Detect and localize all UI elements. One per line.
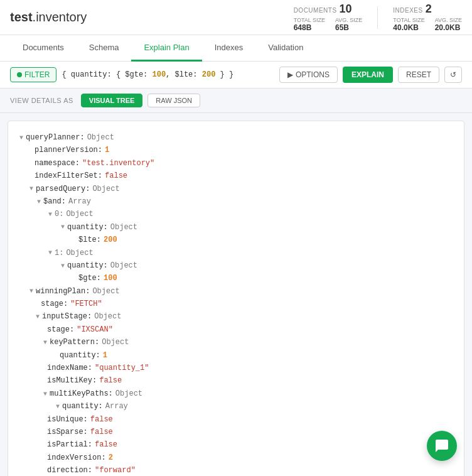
filter-badge[interactable]: FILTER [10, 67, 56, 82]
filter-key-quantity: quantity: [71, 70, 116, 79]
collapse-inputStage[interactable]: ▼ [35, 311, 41, 322]
tree-container: ▼ queryPlanner: Object plannerVersion: 1… [8, 121, 464, 476]
tree-line-isSparse: isSparse: false [16, 426, 456, 438]
options-button[interactable]: ▶ OPTIONS [279, 67, 338, 83]
indexes-stat-block: INDEXES 2 TOTAL SIZE 40.0KB AVG. SIZE 20… [393, 3, 462, 32]
collapse-keyPattern[interactable]: ▼ [42, 337, 48, 348]
indexes-total-size-stat: TOTAL SIZE 40.0KB [393, 17, 424, 32]
collapse-quantity-mkp[interactable]: ▼ [55, 401, 61, 412]
total-size-value: 648B [294, 23, 325, 32]
tree-line-namespace: namespace: "test.inventory" [16, 157, 456, 170]
filter-query: { quantity: { $gte: 100, $lte: 200 } } [62, 70, 274, 79]
tree-line-quantity-mkp: ▼ quantity: Array [16, 400, 456, 413]
view-toggle-label: VIEW DETAILS AS [10, 97, 73, 104]
top-header: test.inventory DOCUMENTS 10 TOTAL SIZE 6… [0, 0, 472, 35]
reset-button[interactable]: RESET [398, 67, 439, 83]
tree-line-indexVersion: indexVersion: 2 [16, 452, 456, 464]
collapse-multiKeyPaths[interactable]: ▼ [42, 389, 48, 399]
avg-size-stat: AVG. SIZE 65B [335, 17, 362, 32]
avg-size-value: 65B [335, 23, 362, 32]
documents-sub-stats: TOTAL SIZE 648B AVG. SIZE 65B [294, 17, 363, 32]
total-size-label: TOTAL SIZE [294, 17, 325, 23]
stats-group: DOCUMENTS 10 TOTAL SIZE 648B AVG. SIZE 6… [294, 3, 462, 32]
tree-line-plannerVersion: plannerVersion: 1 [16, 144, 456, 156]
indexes-avg-size-label: AVG. SIZE [435, 17, 462, 23]
collapse-and[interactable]: ▼ [36, 197, 42, 207]
tree-line-indexFilterSet: indexFilterSet: false [16, 170, 456, 182]
app-title: test.inventory [10, 10, 87, 24]
tree-line-inputStage: ▼ inputStage: Object [16, 310, 456, 323]
nav-tabs: Documents Schema Explain Plan Indexes Va… [0, 35, 472, 62]
collapse-quantity-0[interactable]: ▼ [60, 222, 66, 232]
indexes-total-size-value: 40.0KB [393, 23, 424, 32]
raw-json-button[interactable]: RAW JSON [148, 94, 200, 107]
tree-line-and-0: ▼ 0: Object [16, 208, 456, 220]
indexes-sub-stats: TOTAL SIZE 40.0KB AVG. SIZE 20.0KB [393, 17, 462, 32]
app-title-bold: test [10, 10, 33, 24]
tree-line-and: ▼ $and: Array [16, 195, 456, 208]
collapse-and-0[interactable]: ▼ [47, 209, 53, 220]
history-icon: ↺ [450, 70, 456, 79]
filter-query-brace: { [116, 70, 125, 79]
indexes-avg-size-stat: AVG. SIZE 20.0KB [435, 17, 462, 32]
explain-button[interactable]: EXPLAIN [343, 67, 393, 83]
tree-line-lte: $lte: 200 [16, 234, 456, 246]
visual-tree-button[interactable]: VISUAL TREE [81, 94, 143, 107]
filter-comma: , [166, 70, 174, 79]
filter-query-open: { [62, 70, 70, 79]
collapse-parsedQuery[interactable]: ▼ [28, 183, 35, 194]
tree-line-stage-fetch: stage: "FETCH" [16, 298, 456, 310]
indexes-count: 2 [426, 3, 432, 16]
stat-divider-1 [377, 6, 378, 29]
tree-line-isPartial: isPartial: false [16, 438, 456, 451]
tree-line-quantity-kp: quantity: 1 [16, 349, 456, 362]
tree-line-direction: direction: "forward" [16, 464, 456, 476]
collapse-winningPlan[interactable]: ▼ [28, 286, 35, 296]
tree-line-keyPattern: ▼ keyPattern: Object [16, 336, 456, 349]
tab-validation[interactable]: Validation [255, 35, 316, 62]
tree-line-quantity-1: ▼ quantity: Object [16, 259, 456, 272]
tree-line-indexName: indexName: "quantity_1" [16, 362, 456, 374]
collapse-and-1[interactable]: ▼ [47, 247, 53, 258]
triangle-icon: ▶ [287, 70, 293, 79]
tab-schema[interactable]: Schema [77, 35, 132, 62]
tree-line-quantity-0: ▼ quantity: Object [16, 221, 456, 234]
tree-line-and-1: ▼ 1: Object [16, 247, 456, 259]
filter-close: } } [215, 70, 233, 79]
collapse-queryPlanner[interactable]: ▼ [18, 133, 24, 143]
filter-lte-val: 200 [202, 70, 216, 79]
indexes-label: INDEXES [393, 7, 422, 14]
filter-dot-icon [17, 72, 22, 77]
tree-line-stage-ixscan: stage: "IXSCAN" [16, 323, 456, 336]
options-label: OPTIONS [296, 70, 330, 79]
documents-stat-block: DOCUMENTS 10 TOTAL SIZE 648B AVG. SIZE 6… [294, 3, 363, 32]
chat-bubble-button[interactable] [427, 431, 457, 461]
app-title-rest: inventory [36, 10, 87, 24]
documents-label: DOCUMENTS [294, 7, 337, 14]
tree-line-winningPlan: ▼ winningPlan: Object [16, 285, 456, 298]
tab-indexes[interactable]: Indexes [202, 35, 256, 62]
total-size-stat: TOTAL SIZE 648B [294, 17, 325, 32]
tree-line-gte: $gte: 100 [16, 272, 456, 284]
history-button[interactable]: ↺ [444, 67, 462, 83]
tree-line-isUnique: isUnique: false [16, 413, 456, 426]
tab-documents[interactable]: Documents [10, 35, 77, 62]
tree-line-queryPlanner: ▼ queryPlanner: Object [16, 131, 456, 144]
indexes-total-size-label: TOTAL SIZE [393, 17, 424, 23]
view-toggle-bar: VIEW DETAILS AS VISUAL TREE RAW JSON [0, 89, 472, 113]
tab-explain-plan[interactable]: Explain Plan [131, 35, 201, 62]
filter-bar: FILTER { quantity: { $gte: 100, $lte: 20… [0, 62, 472, 89]
tree-line-parsedQuery: ▼ parsedQuery: Object [16, 183, 456, 195]
collapse-quantity-1[interactable]: ▼ [60, 261, 66, 271]
tree-line-isMultiKey: isMultiKey: false [16, 374, 456, 387]
documents-count: 10 [340, 3, 352, 16]
tree-line-multiKeyPaths: ▼ multiKeyPaths: Object [16, 387, 456, 400]
indexes-avg-size-value: 20.0KB [435, 23, 462, 32]
filter-label: FILTER [24, 70, 50, 79]
filter-lte-key: $lte: [175, 70, 202, 79]
avg-size-label: AVG. SIZE [335, 17, 362, 23]
filter-gte-val: 100 [153, 70, 166, 79]
filter-gte-key: $gte: [125, 70, 152, 79]
chat-icon [434, 438, 449, 453]
